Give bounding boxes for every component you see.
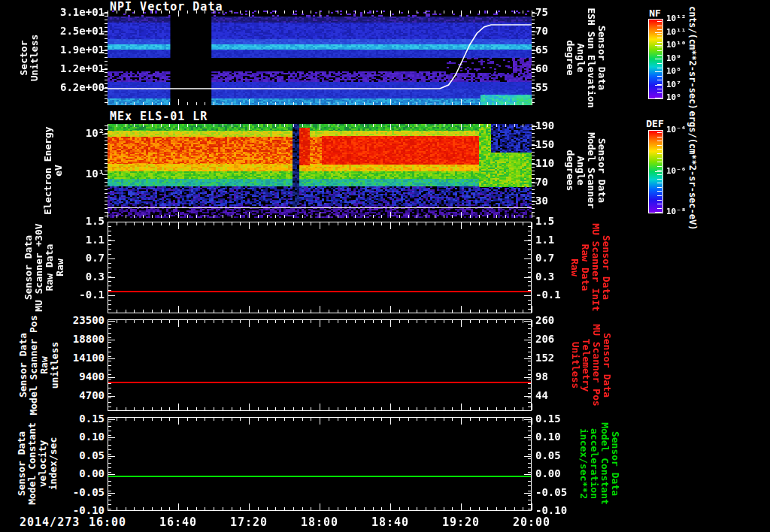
axis-label-line: MU Scanner Pos — [591, 324, 602, 407]
tick-mark — [444, 11, 444, 14]
tick-mark — [205, 407, 205, 410]
tick-mark — [284, 320, 285, 323]
tick-mark — [435, 507, 435, 510]
tick-mark — [381, 407, 382, 410]
tick-mark — [514, 102, 515, 105]
tick-mark — [528, 504, 531, 505]
tick-mark — [496, 222, 497, 225]
tick-mark — [329, 11, 329, 14]
tick-mark — [408, 310, 409, 313]
tick-mark — [657, 162, 662, 162]
tick-mark — [108, 463, 111, 464]
tick-mark — [470, 222, 471, 225]
tick-mark — [232, 222, 232, 225]
tick-mark — [143, 507, 144, 510]
tick-mark — [293, 310, 294, 313]
tick-mark — [532, 503, 532, 510]
tick-mark — [205, 222, 205, 225]
tick-mark — [532, 193, 535, 194]
tick-mark — [105, 178, 108, 179]
tick-mark — [355, 102, 356, 105]
tick-mark — [267, 102, 268, 105]
tick-mark — [426, 320, 426, 323]
tick-mark — [532, 27, 535, 28]
tick-mark — [505, 310, 506, 313]
tick-mark — [532, 23, 535, 24]
tick-mark — [105, 46, 108, 47]
tick-mark — [152, 124, 153, 127]
tick-mark — [528, 342, 531, 343]
tick-mark — [108, 472, 111, 473]
tick-mark — [373, 310, 374, 313]
tick-mark — [426, 222, 426, 225]
tick-mark — [408, 320, 409, 323]
tick-mark — [284, 11, 285, 14]
tick-mark — [223, 222, 223, 225]
tick-mark — [524, 258, 531, 259]
tick-mark — [178, 99, 179, 105]
tick-mark — [240, 102, 241, 105]
tick-mark — [108, 304, 111, 305]
series-line-scanpos — [108, 382, 531, 383]
tick-mark — [417, 418, 417, 421]
tick-mark — [126, 407, 126, 410]
tick-mark — [461, 124, 462, 130]
tick-mark — [320, 320, 320, 327]
tick-mark — [338, 418, 338, 421]
tick-mark — [657, 183, 662, 183]
tick-mark — [249, 404, 250, 410]
tick-mark — [479, 407, 480, 410]
tick-mark — [444, 310, 444, 313]
tick-mark — [444, 215, 444, 218]
spectrogram-els — [108, 124, 532, 218]
tick-mark — [381, 11, 382, 14]
tick-mark — [532, 222, 532, 229]
tick-mark — [408, 124, 409, 127]
tick-mark — [108, 286, 111, 286]
axis-label-line: Sensor Data — [23, 223, 34, 311]
tick-mark — [258, 215, 259, 218]
tick-mark — [275, 407, 276, 410]
tick-mark — [302, 310, 303, 313]
tick-mark — [417, 124, 417, 127]
tick-mark — [390, 11, 391, 17]
y2-axis-label: Sensor DataESH Sun ElevationAngledegree — [565, 8, 607, 107]
tick-mark — [657, 38, 662, 38]
tick-mark — [657, 153, 662, 154]
axis-label-line: Raw — [569, 223, 580, 311]
tick-mark — [528, 472, 531, 473]
tick-mark — [108, 306, 108, 313]
tick-mark — [134, 222, 135, 225]
tick-mark — [267, 507, 268, 510]
tick-mark — [105, 42, 108, 43]
tick-mark — [532, 11, 532, 17]
tick-mark — [390, 306, 391, 313]
tick-mark — [152, 222, 153, 225]
tick-mark — [346, 102, 347, 105]
tick-mark — [302, 215, 303, 218]
tick-mark — [528, 407, 531, 407]
tick-mark — [514, 320, 515, 323]
tick-mark — [444, 222, 444, 225]
tick-mark — [338, 124, 338, 127]
tick-mark — [232, 215, 232, 218]
y-tick-label: 1.9e+01 — [45, 44, 105, 56]
tick-mark — [444, 320, 444, 323]
tick-mark — [528, 300, 531, 301]
tick-mark — [452, 310, 453, 313]
tick-mark — [105, 163, 108, 164]
tick-mark — [187, 320, 188, 323]
axis-label-line: index/sec — [48, 422, 59, 505]
tick-mark — [187, 407, 188, 410]
tick-mark — [655, 32, 662, 33]
tick-mark — [399, 320, 400, 323]
tick-mark — [408, 407, 409, 410]
tick-mark — [240, 222, 241, 225]
tick-mark — [523, 507, 523, 510]
axis-label-line: Model Scanner — [586, 132, 596, 209]
tick-mark — [108, 467, 111, 468]
tick-mark — [528, 249, 531, 250]
tick-mark — [275, 124, 276, 127]
tick-mark — [249, 99, 250, 105]
tick-mark — [487, 11, 488, 14]
